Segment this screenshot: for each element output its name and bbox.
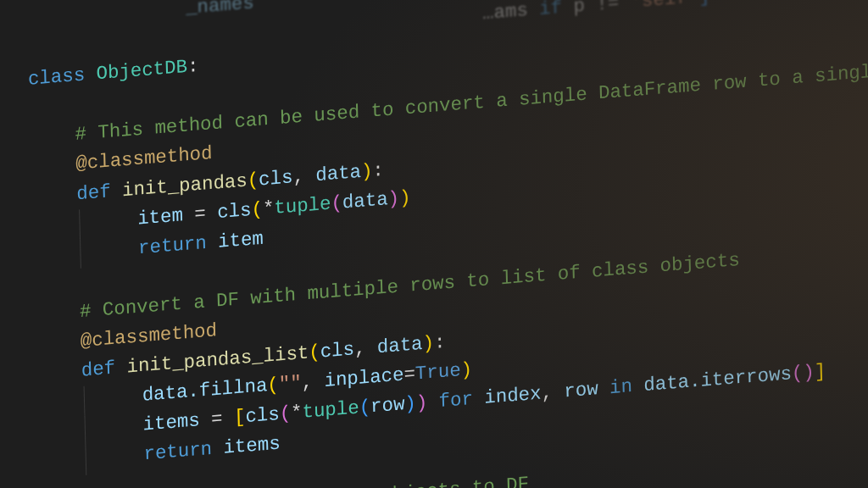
paren-icon: ( [279,403,291,426]
code-token: : [372,159,384,182]
code-editor-viewport[interactable]: _names __init__).parameters …ams if p !=… [0,0,868,488]
string: "" [279,373,303,396]
code-token: * [263,197,275,220]
variable: index [473,383,542,410]
code-token: : [434,332,446,355]
keyword: in [609,376,633,400]
bracket-icon: [ [234,407,246,430]
paren-icon: ) [460,359,472,382]
paren-icon: ) [399,186,411,209]
keyword: return [143,439,212,466]
param: cls [320,339,354,363]
code-token: , [292,164,316,188]
paren-icon: ) [416,392,428,415]
variable: item [137,203,195,230]
code-token: , [541,381,565,405]
code-token: * [291,402,303,425]
code-token: 'self' [630,0,698,14]
variable: cls [245,404,280,429]
paren-icon: ( [267,374,279,397]
keyword: for [438,389,473,413]
paren-icon: ( [359,396,370,419]
code-token: = [194,202,218,225]
keyword: class [28,64,86,91]
code-token: …ams [482,0,540,25]
code-token: != [596,0,620,16]
class-name: ObjectDB [85,57,187,86]
variable: row [564,379,598,403]
keyword: return [138,232,207,259]
paren-icon: ( [247,169,259,192]
code-token: if [539,0,563,21]
code-token: p [562,0,597,19]
variable: cls [217,199,252,224]
paren-icon: ( [309,341,320,364]
paren-icon: ) [361,160,373,183]
code-token: = [211,408,235,431]
paren-icon: ) [404,393,416,416]
constant: True [415,360,461,385]
param: cls [259,166,293,191]
paren-icon: ) [387,187,399,210]
paren-icon: ( [331,192,342,215]
code-token: _names [186,0,254,19]
kwarg: inplace [324,364,404,392]
code-token: , [354,337,378,361]
variable: data [342,189,388,214]
paren-icon: () [792,362,815,385]
code-token: : [187,56,199,79]
code-token: = [403,363,415,386]
builtin: tuple [274,193,331,219]
builtin: tuple [302,397,359,424]
variable: row [370,394,405,419]
param: data [315,161,361,186]
variable: item [206,228,264,254]
keyword: def [76,180,111,205]
paren-icon: ) [422,333,434,356]
code-token: , [301,371,325,395]
variable: items [212,434,281,461]
param: data [377,334,423,359]
bracket-icon: ] [814,361,826,384]
variable: items [142,409,211,436]
paren-icon: ( [251,198,263,221]
keyword: def [81,358,116,382]
bracket-icon: ] [698,0,710,8]
